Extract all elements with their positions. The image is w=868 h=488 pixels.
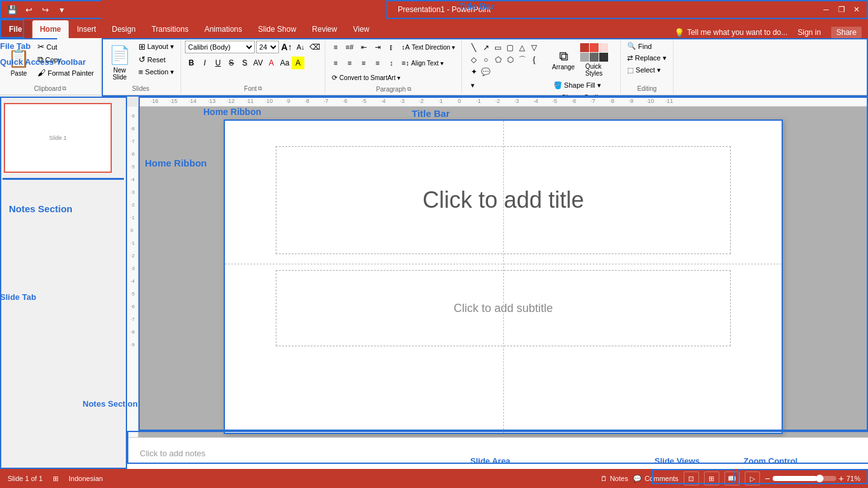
decrease-indent-button[interactable]: ⇤ <box>357 41 370 53</box>
qs-swatch-5 <box>590 53 599 62</box>
bullets-button[interactable]: ≡ <box>329 41 342 53</box>
animations-tab[interactable]: Animations <box>197 20 250 38</box>
redo-button[interactable]: ↪ <box>38 3 52 17</box>
reading-view-button[interactable]: 📖 <box>724 471 740 485</box>
undo-button[interactable]: ↩ <box>22 3 36 17</box>
font-color-button[interactable]: A <box>265 57 278 69</box>
tell-me-input[interactable]: 💡 Tell me what you want to do... <box>674 28 787 37</box>
shape-rect[interactable]: ▭ <box>492 42 504 53</box>
qs-swatch-4 <box>580 53 589 62</box>
slide-panel-icon[interactable]: ⊞ <box>53 475 58 483</box>
italic-button[interactable]: I <box>198 57 211 69</box>
shape-triangle[interactable]: △ <box>517 42 528 53</box>
shape-hexagon[interactable]: ⬡ <box>505 54 516 65</box>
review-tab[interactable]: Review <box>304 20 344 38</box>
shape-diamond[interactable]: ◇ <box>468 54 480 65</box>
shape-rounded-rect[interactable]: ▢ <box>505 42 516 53</box>
section-button[interactable]: ≡ Section ▾ <box>136 66 177 78</box>
clipboard-dialog-launcher[interactable]: ⧉ <box>62 85 66 92</box>
zoom-handle[interactable] <box>816 475 824 482</box>
zoom-slider[interactable] <box>773 476 836 481</box>
font-dialog-launcher[interactable]: ⧉ <box>258 85 262 92</box>
slide-thumbnail[interactable]: Slide 1 <box>4 103 112 173</box>
home-tab[interactable]: Home <box>32 20 69 38</box>
spacing-button[interactable]: AV <box>252 57 264 69</box>
text-direction-button[interactable]: ↕A Text Direction ▾ <box>399 42 458 52</box>
decrease-font-size-button[interactable]: A↓ <box>294 41 307 53</box>
shape-callout[interactable]: 💬 <box>480 66 492 78</box>
align-text-button[interactable]: ≡↕ Align Text ▾ <box>399 58 446 68</box>
normal-view-button[interactable]: ⊡ <box>684 471 699 485</box>
insert-tab[interactable]: Insert <box>69 20 104 38</box>
zoom-in-button[interactable]: + <box>839 473 844 484</box>
align-center-button[interactable]: ≡ <box>343 57 356 69</box>
font-name-select[interactable]: Calibri (Body) <box>185 41 255 53</box>
customize-quick-access-button[interactable]: ▾ <box>55 3 69 17</box>
select-button[interactable]: ⬚ Select ▾ <box>625 65 663 76</box>
copy-button[interactable]: ⧉ Copy <box>35 53 97 66</box>
change-case-button[interactable]: Aa <box>278 57 291 69</box>
shape-curved[interactable]: ⌒ <box>517 54 528 65</box>
restore-button[interactable]: ❐ <box>835 3 848 16</box>
shape-pentagon[interactable]: ⬠ <box>492 54 504 65</box>
align-right-button[interactable]: ≡ <box>357 57 370 69</box>
find-button[interactable]: 🔍 Find <box>625 41 654 51</box>
transitions-tab[interactable]: Transitions <box>144 20 196 38</box>
paragraph-dialog-launcher[interactable]: ⧉ <box>407 86 411 93</box>
shape-line[interactable]: ╲ <box>468 42 480 53</box>
increase-indent-button[interactable]: ⇥ <box>371 41 384 53</box>
new-slide-button[interactable]: 📄 NewSlide <box>105 41 135 84</box>
underline-button[interactable]: U <box>212 57 224 69</box>
shape-triangle2[interactable]: ▽ <box>529 42 540 53</box>
arrange-button[interactable]: ⧉ Arrange <box>551 41 576 79</box>
cut-button[interactable]: ✂ Cut <box>35 41 97 53</box>
quick-styles-button[interactable]: QuickStyles <box>579 41 609 79</box>
sign-in-button[interactable]: Sign in <box>797 28 821 37</box>
replace-button[interactable]: ⇄ Replace ▾ <box>625 53 668 64</box>
font-size-select[interactable]: 24 <box>256 41 279 53</box>
clear-format-button[interactable]: ⌫ <box>308 41 321 53</box>
clipboard-small-btns: ✂ Cut ⧉ Copy 🖌 Format Painter <box>35 41 97 79</box>
reset-button[interactable]: ↺ Reset <box>136 53 177 65</box>
shape-fill-button[interactable]: 🪣 Shape Fill ▾ <box>551 80 616 91</box>
shape-star[interactable]: ✦ <box>468 66 480 78</box>
columns-button[interactable]: ⫿ <box>385 41 398 53</box>
numbered-list-button[interactable]: ≡# <box>343 41 356 53</box>
shapes-dropdown-button[interactable]: ▾ <box>468 80 477 91</box>
bold-button[interactable]: B <box>185 57 198 69</box>
view-tab[interactable]: View <box>345 20 377 38</box>
line-spacing-button[interactable]: ↕ <box>385 57 398 69</box>
save-button[interactable]: 💾 <box>5 3 19 17</box>
paste-button[interactable]: 📋 Paste <box>4 41 34 84</box>
file-tab[interactable]: File <box>0 20 31 38</box>
format-painter-button[interactable]: 🖌 Format Painter <box>35 67 97 79</box>
share-button[interactable]: Share <box>831 27 862 38</box>
editing-label: Editing <box>625 84 668 92</box>
close-button[interactable]: ✕ <box>850 3 863 16</box>
convert-smartart-button[interactable]: ⟳ Convert to SmartArt ▾ <box>329 72 403 83</box>
align-left-button[interactable]: ≡ <box>329 57 342 69</box>
comments-button[interactable]: 💬 Comments <box>633 475 678 483</box>
zoom-out-button[interactable]: − <box>765 473 770 484</box>
increase-font-size-button[interactable]: A↑ <box>280 41 293 53</box>
font-format-row: B I U S S AV A Aa A <box>185 57 304 69</box>
shape-oval[interactable]: ○ <box>480 54 492 65</box>
shape-arrow[interactable]: ↗ <box>480 42 492 53</box>
slides-group: 📄 NewSlide ⊞ Layout ▾ ↺ Reset ≡ Section … <box>101 39 181 93</box>
shadow-button[interactable]: S <box>238 57 251 69</box>
slideshow-button[interactable]: ▷ <box>745 471 760 485</box>
notes-button[interactable]: 🗒 Notes <box>600 475 628 482</box>
justify-button[interactable]: ≡ <box>371 57 384 69</box>
slideshow-tab[interactable]: Slide Show <box>250 20 304 38</box>
font-highlight-button[interactable]: A <box>292 57 304 69</box>
layout-button[interactable]: ⊞ Layout ▾ <box>136 41 177 53</box>
strikethrough-button[interactable]: S <box>225 57 238 69</box>
slide-sorter-button[interactable]: ⊞ <box>704 471 719 485</box>
shape-brace[interactable]: { <box>529 54 540 65</box>
notes-bar[interactable]: Click to add notes <box>127 437 868 469</box>
minimize-button[interactable]: ─ <box>820 3 832 16</box>
notes-placeholder: Click to add notes <box>140 449 205 458</box>
slide-main[interactable]: Click to add title Click to add subtitle <box>224 119 783 434</box>
comments-label: Comments <box>644 475 678 482</box>
design-tab[interactable]: Design <box>104 20 143 38</box>
